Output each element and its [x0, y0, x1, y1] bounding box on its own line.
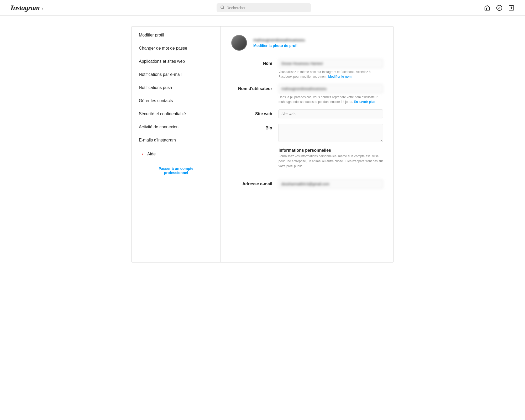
sidebar-item-emails-instagram[interactable]: E-mails d'Instagram: [132, 134, 220, 147]
home-icon[interactable]: [484, 5, 490, 11]
nom-hint: Vous utilisez le même nom sur Instagram …: [279, 70, 383, 79]
profile-header-info: mahougnondossahouessou Modifier la photo…: [253, 38, 305, 48]
search-input[interactable]: [227, 6, 307, 10]
svg-line-1: [223, 8, 224, 9]
sidebar-item-changer-mot-de-passe[interactable]: Changer de mot de passe: [132, 42, 220, 55]
nom-label: Nom: [231, 59, 279, 66]
personal-info-hint: Fournissez vos informations personnelles…: [279, 154, 383, 169]
sidebar-label-activite-connexion: Activité de connexion: [139, 125, 178, 129]
sidebar-label-modifier-profil: Modifier profil: [139, 33, 164, 38]
instagram-logo: Instagram: [10, 4, 40, 12]
form-row-email: Adresse e-mail: [231, 180, 383, 188]
bio-textarea[interactable]: [279, 124, 383, 142]
bio-field: [279, 124, 383, 143]
username-field: Dans la plupart des cas, vous pourrez re…: [279, 84, 383, 104]
change-photo-link[interactable]: Modifier la photo de profil: [253, 44, 298, 48]
personal-info-title: Informations personnelles: [279, 148, 383, 153]
chevron-down-icon[interactable]: ∨: [41, 7, 44, 10]
username-input[interactable]: [279, 84, 383, 93]
sidebar-label-changer-mot-de-passe: Changer de mot de passe: [139, 46, 187, 51]
modifier-nom-link[interactable]: Modifier le nom: [328, 75, 351, 78]
header: Instagram ∨: [0, 0, 525, 16]
personal-info-spacer: [231, 148, 279, 150]
profile-username-display: mahougnondossahouessou: [253, 38, 305, 43]
nom-field: Vous utilisez le même nom sur Instagram …: [279, 59, 383, 79]
messenger-icon[interactable]: [496, 5, 502, 11]
sidebar-item-activite-connexion[interactable]: Activité de connexion: [132, 120, 220, 134]
site-web-input[interactable]: [279, 109, 383, 118]
sidebar-item-notifications-push[interactable]: Notifications push: [132, 81, 220, 94]
search-icon: [220, 5, 224, 10]
form-row-bio: Bio: [231, 124, 383, 143]
main-container: Modifier profil Changer de mot de passe …: [131, 26, 394, 262]
avatar: [231, 35, 247, 51]
sidebar-label-applications-sites-web: Applications et sites web: [139, 59, 185, 64]
email-field: [279, 180, 383, 188]
form-row-username: Nom d'utilisateur Dans la plupart des ca…: [231, 84, 383, 104]
sidebar-item-gerer-contacts[interactable]: Gérer les contacts: [132, 94, 220, 107]
username-hint: Dans la plupart des cas, vous pourrez re…: [279, 95, 383, 104]
site-web-field: [279, 109, 383, 118]
sidebar-pro-section: Passer à un compteprofessionnel: [132, 161, 220, 180]
personal-info-content: Informations personnelles Fournissez vos…: [279, 148, 383, 174]
sidebar-item-securite-confidentialite[interactable]: Sécurité et confidentialité: [132, 107, 220, 120]
sidebar-label-aide: Aide: [147, 152, 156, 156]
header-left: Instagram ∨: [10, 4, 44, 12]
search-bar: [217, 3, 311, 12]
header-icons: [484, 5, 514, 11]
form-row-nom: Nom Vous utilisez le même nom sur Instag…: [231, 59, 383, 79]
username-label: Nom d'utilisateur: [231, 84, 279, 91]
sidebar-label-emails-instagram: E-mails d'Instagram: [139, 138, 176, 143]
sidebar-item-aide[interactable]: → Aide: [132, 147, 220, 161]
personal-info-section: Informations personnelles Fournissez vos…: [231, 148, 383, 174]
sidebar-label-notifications-email: Notifications par e-mail: [139, 72, 182, 77]
email-label: Adresse e-mail: [231, 180, 279, 186]
add-post-icon[interactable]: [508, 5, 514, 11]
arrow-right-icon: →: [139, 151, 144, 157]
site-web-label: Site web: [231, 109, 279, 116]
bio-label: Bio: [231, 124, 279, 130]
sidebar-label-gerer-contacts: Gérer les contacts: [139, 98, 173, 103]
settings-content: mahougnondossahouessou Modifier la photo…: [221, 27, 393, 262]
en-savoir-plus-link[interactable]: En savoir plus: [354, 100, 375, 104]
nom-input[interactable]: [279, 59, 383, 68]
sidebar-item-notifications-email[interactable]: Notifications par e-mail: [132, 68, 220, 81]
sidebar: Modifier profil Changer de mot de passe …: [132, 27, 221, 262]
sidebar-item-applications-sites-web[interactable]: Applications et sites web: [132, 55, 220, 68]
sidebar-label-notifications-push: Notifications push: [139, 85, 172, 90]
pro-account-link[interactable]: Passer à un compteprofessionnel: [159, 166, 193, 175]
sidebar-label-securite-confidentialite: Sécurité et confidentialité: [139, 112, 186, 116]
sidebar-item-modifier-profil[interactable]: Modifier profil: [132, 29, 220, 42]
email-input[interactable]: [279, 180, 383, 188]
profile-header: mahougnondossahouessou Modifier la photo…: [231, 35, 383, 51]
form-row-site-web: Site web: [231, 109, 383, 118]
